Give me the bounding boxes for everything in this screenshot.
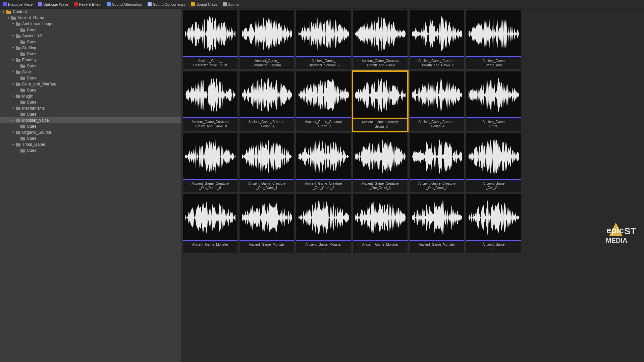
sidebar-item-tribal-cues[interactable]: Cues <box>0 147 181 154</box>
folder-icon-gore <box>15 82 21 86</box>
svg-rect-15 <box>20 52 22 53</box>
sidebar-item-gear-cues[interactable]: Cues <box>0 75 181 81</box>
card-label-c4: Ancient_Game_Creature _Breath_and_Growl <box>353 57 408 69</box>
audio-card-c21[interactable]: Ancient_Game_Monster ... <box>296 194 351 253</box>
sidebar-item-fantasy[interactable]: ▼ Fantasy <box>0 57 181 63</box>
audio-card-c9[interactable]: Ancient_Game_Creature _Groan_2 <box>296 71 351 131</box>
svg-rect-39 <box>20 125 22 126</box>
card-label-c7: Ancient_Game_Creature _Breath_and_Growl_… <box>183 118 237 130</box>
sidebar-item-fantasy-cues[interactable]: Cues <box>0 63 181 69</box>
waveform-area-c3 <box>296 10 351 57</box>
audio-grid: Ancient_Game_ Character_Male_GruntAncien… <box>182 10 643 253</box>
card-label-c5: Ancient_Game_Creature _Breath_and_Growl_… <box>410 57 464 69</box>
audio-card-c10[interactable]: Ancient_Game_Creature _Groan_3 <box>353 71 408 131</box>
sidebar-item-magic-cues[interactable]: Cues <box>0 99 181 105</box>
folder-icon-fantasy-cues <box>20 64 25 68</box>
waveform-area-c17 <box>410 133 464 180</box>
svg-rect-41 <box>16 131 18 132</box>
tree-arrow-tribal: ▼ <box>11 142 15 147</box>
sidebar-item-tribal-game[interactable]: ▼ Tribal_Game <box>0 141 181 147</box>
card-label-c1: Ancient_Game_ Character_Male_Grunt <box>183 57 237 69</box>
sidebar-item-mechanisms[interactable]: ▼ Mechanisms <box>0 105 181 111</box>
sidebar-item-organic-source[interactable]: ▼ Organic_Source <box>0 129 181 135</box>
svg-rect-19 <box>20 64 22 65</box>
waveform-area-c21 <box>296 194 351 241</box>
sidebar-item-gear[interactable]: ▼ Gear <box>0 69 181 75</box>
waveform-bar-c14 <box>239 179 294 180</box>
sidebar[interactable]: ▼ Content ▼ Ancient_Game <box>0 9 181 362</box>
audio-card-c22[interactable]: Ancient_Game_Monster ... <box>353 194 408 253</box>
svg-rect-0 <box>6 11 11 14</box>
svg-rect-46 <box>20 149 25 153</box>
sidebar-item-crafting[interactable]: ▼ Crafting <box>0 45 181 51</box>
tree-arrow-organic: ▼ <box>11 130 15 135</box>
sidebar-item-root[interactable]: ▼ Content <box>0 9 181 15</box>
folder-icon-monster <box>15 118 21 123</box>
folder-icon-crafting <box>15 46 21 50</box>
audio-card-c16[interactable]: Ancient_Game_Creature _Orc_Grunt_3 <box>353 133 408 192</box>
sidebar-item-gore-cues[interactable]: Cues <box>0 87 181 93</box>
svg-rect-36 <box>16 119 20 122</box>
waveform-area-c20 <box>239 194 294 241</box>
audio-card-c14[interactable]: Ancient_Game_Creature _Orc_Grunt_1 <box>239 133 294 192</box>
tree-arrow-root: ▼ <box>1 9 6 14</box>
sidebar-item-magic[interactable]: ▼ Magic <box>0 93 181 99</box>
sidebar-item-ancient-ui[interactable]: ▼ Ancient_UI <box>0 33 181 39</box>
sidebar-item-ancient-ui-cues[interactable]: Cues <box>0 39 181 45</box>
sidebar-item-organic-cues[interactable]: Cues <box>0 135 181 141</box>
svg-rect-31 <box>20 101 22 102</box>
folder-icon-crafting-cues <box>20 52 25 56</box>
audio-card-c15[interactable]: Ancient_Game_Creature _Orc_Grunt_2 <box>296 133 351 192</box>
audio-card-c18[interactable]: Ancient_Game _Orc_Gr... <box>466 133 521 192</box>
audio-card-c4[interactable]: Ancient_Game_Creature _Breath_and_Growl <box>353 10 408 70</box>
audio-card-c2[interactable]: Ancient_Game_ Character_Scream <box>239 10 294 70</box>
folder-icon-ancient-ui <box>15 34 21 38</box>
card-label-c9: Ancient_Game_Creature _Groan_2 <box>296 118 351 130</box>
content-area[interactable]: Ancient_Game_ Character_Male_GruntAncien… <box>181 9 644 362</box>
sidebar-item-ancient-game[interactable]: ▼ Ancient_Game <box>0 15 181 21</box>
audio-card-c20[interactable]: Ancient_Game_Monster ... <box>239 194 294 253</box>
sidebar-item-monster-cues[interactable]: Cues <box>0 123 181 129</box>
folder-icon-gear-cues <box>20 76 25 80</box>
audio-card-c8[interactable]: Ancient_Game_Creature _Groan_1 <box>239 71 294 131</box>
waveform-bar-c12 <box>466 117 521 118</box>
waveform-bar-c2 <box>239 56 294 57</box>
legend-dot-sound-concurrency <box>148 2 152 6</box>
sidebar-item-mechanisms-cues[interactable]: Cues <box>0 111 181 117</box>
audio-card-c7[interactable]: Ancient_Game_Creature _Breath_and_Growl_… <box>182 71 238 131</box>
sidebar-item-gore-warfare[interactable]: ▼ Gore_and_Warfare <box>0 81 181 87</box>
audio-card-c12[interactable]: Ancient_Game _Grunt... <box>466 71 521 131</box>
main-layout: ▼ Content ▼ Ancient_Game <box>0 9 644 362</box>
sidebar-item-ambience-cues[interactable]: Cues <box>0 27 181 33</box>
sidebar-label-ancient-game: Ancient_Game <box>17 15 44 20</box>
tree-arrow-ambience-loops: ▼ <box>11 21 15 26</box>
audio-card-c17[interactable]: Ancient_Game_Creature _Orc_Grunt_4 <box>409 133 465 192</box>
waveform-area-c5 <box>410 10 464 57</box>
waveform-bar-c21 <box>296 240 351 241</box>
card-label-c6: Ancient_Game _Breath_and... <box>466 57 521 69</box>
audio-card-c6[interactable]: Ancient_Game _Breath_and... <box>466 10 521 70</box>
audio-card-c13[interactable]: Ancient_Game_Creature _Orc_Death_9 <box>182 133 238 192</box>
audio-card-c11[interactable]: Ancient_Game_Creature _Groan_4 <box>409 71 465 131</box>
waveform-area-c14 <box>239 133 294 180</box>
legend-sound-attenuation: Sound Attenuation <box>107 2 142 6</box>
sidebar-item-ambience-loops[interactable]: ▼ Ambience_Loops <box>0 21 181 27</box>
folder-icon-root <box>6 9 11 14</box>
audio-card-c5[interactable]: Ancient_Game_Creature _Breath_and_Growl_… <box>409 10 465 70</box>
svg-rect-5 <box>16 22 18 23</box>
waveform-area-c12 <box>466 71 521 118</box>
audio-card-c19[interactable]: Ancient_Game_Monster ... <box>182 194 238 253</box>
audio-card-c23[interactable]: Ancient_Game_Monster ... <box>409 194 465 253</box>
sidebar-label-crafting-cues: Cues <box>27 52 36 56</box>
legend-dot-sound-attenuation <box>107 2 111 6</box>
audio-card-c1[interactable]: Ancient_Game_ Character_Male_Grunt <box>182 10 238 70</box>
card-label-c12: Ancient_Game _Grunt... <box>466 118 521 130</box>
sidebar-item-crafting-cues[interactable]: Cues <box>0 51 181 57</box>
audio-card-c24[interactable]: Ancient_Game ... <box>466 194 521 253</box>
audio-card-c3[interactable]: Ancient_Game_ Character_Scream_2 <box>296 10 351 70</box>
sidebar-label-fantasy-cues: Cues <box>27 64 36 68</box>
folder-icon-ambience-loops <box>15 21 21 26</box>
tree-arrow-ancient-ui: ▼ <box>11 34 15 38</box>
sidebar-item-monster-voice[interactable]: ▼ Monster_Voice <box>0 117 181 123</box>
waveform-area-c23 <box>410 194 464 241</box>
